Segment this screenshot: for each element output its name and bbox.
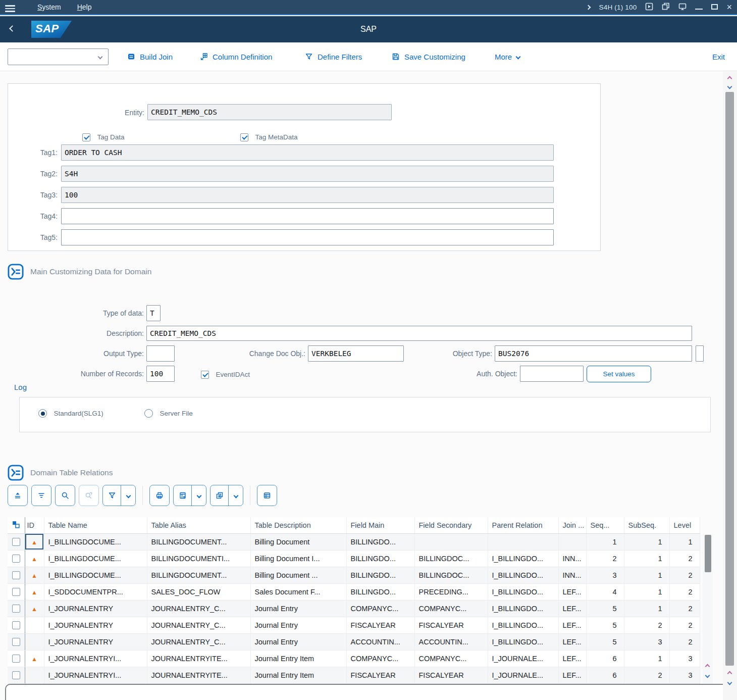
cell-table-description[interactable]: Billing Document [250,533,346,550]
cell-level[interactable]: 2 [669,617,700,633]
cell-field-main[interactable]: COMPANYC... [346,600,414,617]
cell-level[interactable]: 2 [669,567,700,583]
col-join[interactable]: Join ... [558,517,586,533]
cell-level[interactable]: 3 [669,650,700,667]
exit-button[interactable]: Exit [712,42,725,71]
menu-system[interactable]: System [29,0,69,15]
cell-subseq[interactable]: 2 [624,617,669,633]
cell-table-description[interactable]: Journal Entry [250,633,346,650]
cell-field-secondary[interactable]: BILLINGDOC... [414,550,488,567]
row-status-cell[interactable] [25,617,44,633]
tag-metadata-checkbox[interactable] [240,133,248,141]
row-checkbox[interactable] [12,538,20,546]
tag3-field[interactable]: 100 [61,187,554,203]
cell-join-type[interactable]: LEF... [558,583,586,600]
table-row[interactable]: ▲I_JOURNALENTRYI...JOURNALENTRYITE...Jou… [8,650,700,667]
row-status-cell[interactable]: ▲ [25,550,44,567]
cell-seq[interactable]: 4 [586,583,624,600]
table-row[interactable]: I_JOURNALENTRYJOURNALENTRY_C...Journal E… [8,617,700,633]
cell-seq[interactable]: 6 [586,667,624,683]
cell-seq[interactable]: 3 [586,567,624,583]
cell-parent-relation[interactable]: I_BILLINGDO... [488,567,558,583]
define-filters-button[interactable]: Define Filters [305,42,362,71]
cell-subseq[interactable]: 1 [624,583,669,600]
cell-table-description[interactable]: Journal Entry Item [250,650,346,667]
page-scrollbar-thumb[interactable] [725,92,734,666]
cell-seq[interactable]: 5 [586,617,624,633]
cell-table-name[interactable]: I_JOURNALENTRYI... [44,667,147,683]
sort-ascending-button[interactable] [8,485,28,506]
eventid-checkbox[interactable] [201,371,209,379]
cell-seq[interactable]: 1 [586,533,624,550]
cell-join-type[interactable]: LEF... [558,667,586,683]
cell-subseq[interactable]: 1 [624,650,669,667]
col-level[interactable]: Level [669,517,700,533]
cell-level[interactable]: 2 [669,583,700,600]
cell-table-alias[interactable]: BILLINGDOCUMENT... [147,567,250,583]
tag-data-option[interactable]: Tag Data [82,132,125,141]
row-status-cell[interactable] [25,633,44,650]
cell-table-name[interactable]: I_BILLINGDOCUME... [44,533,147,550]
cell-parent-relation[interactable]: I_BILLINGDO... [488,550,558,567]
cell-field-secondary[interactable]: FISCALYEAR [414,617,488,633]
standard-radio[interactable] [38,409,47,418]
select-all-header[interactable] [8,517,25,533]
cell-subseq[interactable]: 1 [624,600,669,617]
cell-table-description[interactable]: Sales Document F... [250,583,346,600]
cell-table-name[interactable]: I_BILLINGDOCUME... [44,550,147,567]
row-select-cell[interactable] [8,617,25,633]
cell-field-secondary[interactable]: FISCALYEAR [414,667,488,683]
cell-table-alias[interactable]: BILLINGDOCUMENT... [147,533,250,550]
cell-seq[interactable]: 5 [586,633,624,650]
cell-table-alias[interactable]: JOURNALENTRY_C... [147,617,250,633]
cell-field-main[interactable]: ACCOUNTIN... [346,633,414,650]
table-row[interactable]: ▲I_BILLINGDOCUME...BILLINGDOCUMENT...Bil… [8,533,700,550]
row-checkbox[interactable] [12,571,20,579]
tag1-field[interactable]: ORDER TO CASH [61,144,554,161]
save-customizing-button[interactable]: Save Customizing [392,42,465,71]
col-table-name[interactable]: Table Name [44,517,147,533]
col-seq[interactable]: Seq... [586,517,624,533]
cell-table-alias[interactable]: JOURNALENTRYITE... [147,650,250,667]
log-serverfile-option[interactable]: Server File [144,409,193,418]
shortcut-icon[interactable] [662,3,670,12]
cell-table-alias[interactable]: JOURNALENTRY_C... [147,600,250,617]
find-button[interactable] [55,485,75,506]
row-status-cell[interactable]: ▲ [25,567,44,583]
table-scrollbar-thumb[interactable] [705,535,711,572]
cell-field-secondary[interactable]: ACCOUNTIN... [414,633,488,650]
cell-seq[interactable]: 6 [586,650,624,667]
cell-table-description[interactable]: Billing Document I... [250,550,346,567]
scroll-down-icon[interactable] [727,84,732,89]
cell-join-type[interactable]: LEF... [558,650,586,667]
cell-table-name[interactable]: I_JOURNALENTRYI... [44,650,147,667]
table-scroll-up-icon[interactable] [705,664,710,669]
tag-data-checkbox[interactable] [82,133,90,141]
row-status-cell[interactable] [25,667,44,683]
row-select-cell[interactable] [8,650,25,667]
cell-parent-relation[interactable]: I_BILLINGDO... [488,633,558,650]
cell-seq[interactable]: 2 [586,550,624,567]
cell-seq[interactable]: 5 [586,600,624,617]
cell-field-main[interactable]: FISCALYEAR [346,617,414,633]
find-next-button[interactable] [79,485,99,506]
cell-join-type[interactable]: LEF... [558,600,586,617]
table-row[interactable]: I_JOURNALENTRYI...JOURNALENTRYITE...Jour… [8,667,700,683]
col-subseq[interactable]: SubSeq. [624,517,669,533]
cell-field-secondary[interactable]: PRECEDING... [414,583,488,600]
row-select-cell[interactable] [8,567,25,583]
table-row[interactable]: ▲I_JOURNALENTRYJOURNALENTRY_C...Journal … [8,600,700,617]
tag4-field[interactable] [61,208,554,224]
table-row[interactable]: I_JOURNALENTRYJOURNALENTRY_C...Journal E… [8,633,700,650]
cell-subseq[interactable]: 3 [624,633,669,650]
cell-join-type[interactable]: INN... [558,550,586,567]
server-file-radio[interactable] [144,409,153,418]
set-filter-button[interactable] [103,485,121,506]
cell-parent-relation[interactable]: I_BILLINGDO... [488,600,558,617]
col-field-secondary[interactable]: Field Secondary [414,517,488,533]
cell-field-main[interactable]: BILLINGDO... [346,533,414,550]
description-field[interactable]: CREDIT_MEMO_CDS [146,326,692,341]
gui-monitor-icon[interactable] [678,3,687,12]
cell-field-main[interactable]: COMPANYC... [346,650,414,667]
page-scrollbar[interactable] [723,72,737,700]
